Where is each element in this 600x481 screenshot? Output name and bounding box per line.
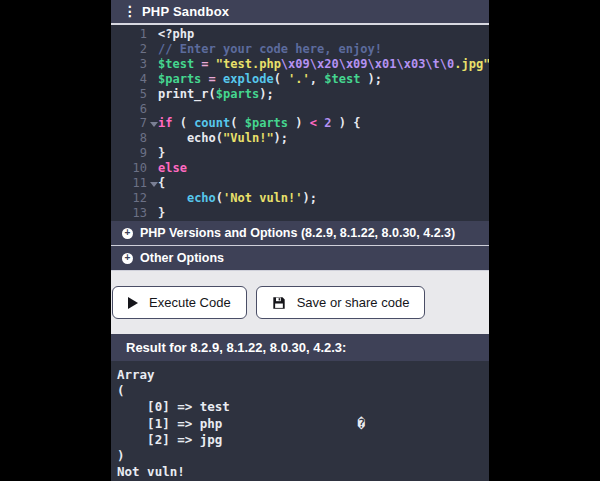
execute-code-label: Execute Code	[149, 295, 231, 310]
fold-gutter	[147, 191, 158, 206]
code-text: else	[158, 161, 187, 176]
plus-circle-icon	[122, 253, 133, 264]
php-sandbox-app: PHP Sandbox 1<?php2// Enter your code he…	[111, 0, 489, 481]
result-line: Array	[117, 367, 489, 383]
code-text: echo('Not vuln!');	[158, 191, 317, 206]
section-php-versions-toggle[interactable]: PHP Versions and Options (8.2.9, 8.1.22,…	[111, 221, 489, 246]
line-number: 3	[111, 57, 147, 72]
code-line[interactable]: 7if ( count( $parts ) < 2 ) {	[111, 116, 489, 131]
code-text: <?php	[158, 27, 194, 42]
plus-circle-icon	[122, 228, 133, 239]
code-line[interactable]: 8 echo("Vuln!");	[111, 131, 489, 146]
floppy-disk-icon	[272, 296, 286, 310]
result-line: [1] => php �	[117, 416, 489, 432]
code-line[interactable]: 12 echo('Not vuln!');	[111, 191, 489, 206]
save-share-label: Save or share code	[297, 295, 410, 310]
code-line[interactable]: 9}	[111, 146, 489, 161]
code-line[interactable]: 1<?php	[111, 27, 489, 42]
code-line[interactable]: 6	[111, 102, 489, 117]
code-text: // Enter your code here, enjoy!	[158, 42, 382, 57]
fold-gutter	[147, 57, 158, 72]
result-line: [0] => test	[117, 399, 489, 415]
fold-gutter	[147, 42, 158, 57]
fold-gutter	[147, 131, 158, 146]
line-number: 11	[111, 176, 147, 191]
save-share-button[interactable]: Save or share code	[256, 286, 426, 319]
fold-gutter	[147, 161, 158, 176]
result-line: )	[117, 448, 489, 464]
code-text: {	[158, 176, 165, 191]
result-line: Not vuln!	[117, 464, 489, 480]
section-label: Other Options	[140, 251, 224, 265]
line-number: 6	[111, 102, 147, 117]
result-output: Array( [0] => test [1] => php � [2] => j…	[111, 361, 489, 481]
line-number: 5	[111, 87, 147, 102]
fold-gutter	[147, 27, 158, 42]
fold-gutter	[147, 146, 158, 161]
execute-code-button[interactable]: Execute Code	[112, 286, 247, 319]
fold-gutter	[147, 102, 158, 117]
code-text: $parts = explode( '.', $test );	[158, 72, 382, 87]
code-text: echo("Vuln!");	[158, 131, 288, 146]
section-label: PHP Versions and Options (8.2.9, 8.1.22,…	[140, 226, 455, 240]
result-title: Result for 8.2.9, 8.1.22, 8.0.30, 4.2.3:	[126, 340, 346, 355]
line-number: 10	[111, 161, 147, 176]
line-number: 2	[111, 42, 147, 57]
result-line: [2] => jpg	[117, 432, 489, 448]
code-editor[interactable]: 1<?php2// Enter your code here, enjoy!3$…	[111, 25, 489, 221]
fold-gutter	[147, 206, 158, 221]
line-number: 4	[111, 72, 147, 87]
code-text: $test = "test.php\x09\x20\x09\x01\x03\t\…	[158, 57, 489, 72]
line-number: 1	[111, 27, 147, 42]
line-number: 8	[111, 131, 147, 146]
kebab-menu-icon[interactable]	[123, 0, 133, 23]
line-number: 12	[111, 191, 147, 206]
fold-gutter	[147, 72, 158, 87]
line-number: 7	[111, 116, 147, 131]
code-line[interactable]: 4$parts = explode( '.', $test );	[111, 72, 489, 87]
fold-marker-icon[interactable]	[147, 176, 158, 191]
code-line[interactable]: 11{	[111, 176, 489, 191]
code-text: if ( count( $parts ) < 2 ) {	[158, 116, 360, 131]
result-line: (	[117, 383, 489, 399]
code-line[interactable]: 10else	[111, 161, 489, 176]
line-number: 9	[111, 146, 147, 161]
code-line[interactable]: 3$test = "test.php\x09\x20\x09\x01\x03\t…	[111, 57, 489, 72]
code-line[interactable]: 5print_r($parts);	[111, 87, 489, 102]
fold-gutter	[147, 87, 158, 102]
app-header: PHP Sandbox	[111, 0, 489, 25]
code-line[interactable]: 2// Enter your code here, enjoy!	[111, 42, 489, 57]
app-title: PHP Sandbox	[142, 4, 229, 19]
code-line[interactable]: 13}	[111, 206, 489, 221]
code-text: }	[158, 146, 165, 161]
code-text: }	[158, 206, 165, 221]
play-icon	[128, 297, 138, 309]
action-button-row: Execute Code Save or share code	[111, 271, 489, 334]
section-other-options-toggle[interactable]: Other Options	[111, 246, 489, 271]
code-text: print_r($parts);	[158, 87, 274, 102]
result-header: Result for 8.2.9, 8.1.22, 8.0.30, 4.2.3:	[111, 334, 489, 361]
fold-marker-icon[interactable]	[147, 116, 158, 131]
line-number: 13	[111, 206, 147, 221]
